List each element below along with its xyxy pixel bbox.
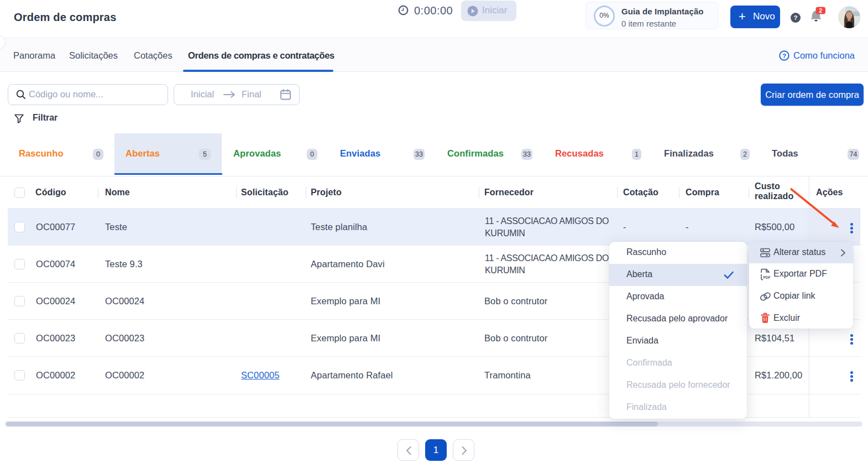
svg-text:2: 2 [819,8,822,14]
svg-text:?: ? [782,53,786,59]
svg-text:PDF: PDF [764,275,771,279]
